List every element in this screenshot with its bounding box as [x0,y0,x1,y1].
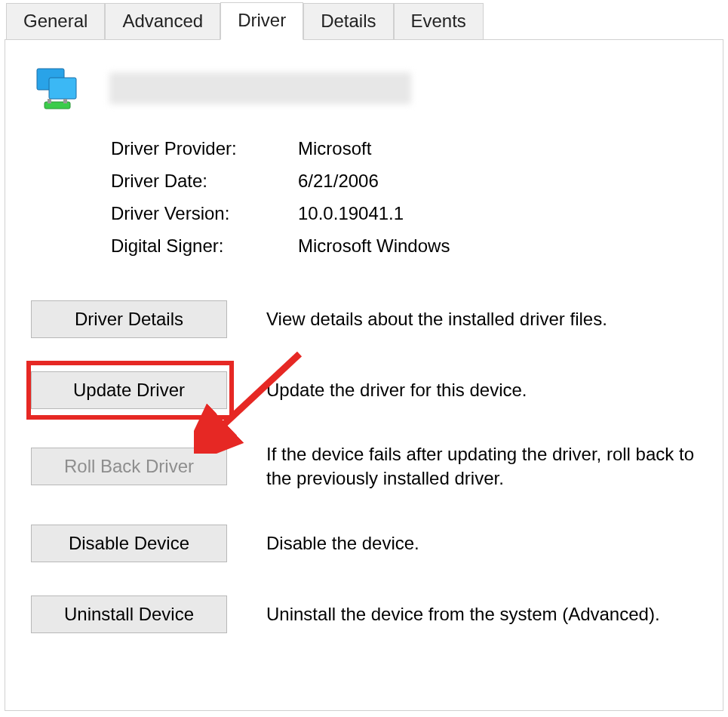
disable-device-desc: Disable the device. [266,531,419,555]
tab-events[interactable]: Events [394,3,484,40]
tab-advanced[interactable]: Advanced [105,3,220,40]
update-driver-desc: Update the driver for this device. [266,378,527,402]
driver-details-desc: View details about the installed driver … [266,307,607,331]
driver-provider-label: Driver Provider: [111,138,298,159]
driver-info: Driver Provider: Microsoft Driver Date: … [111,138,700,257]
digital-signer-value: Microsoft Windows [298,235,450,257]
update-driver-button[interactable]: Update Driver [31,371,227,409]
roll-back-driver-button: Roll Back Driver [31,448,227,485]
driver-date-value: 6/21/2006 [298,171,379,192]
svg-rect-1 [49,78,76,99]
driver-date-label: Driver Date: [111,171,298,192]
roll-back-driver-desc: If the device fails after updating the d… [266,442,700,491]
network-adapter-icon [32,66,87,111]
driver-version-value: 10.0.19041.1 [298,203,404,224]
tab-driver[interactable]: Driver [220,2,303,40]
svg-rect-4 [63,99,67,103]
disable-device-button[interactable]: Disable Device [31,525,227,562]
uninstall-device-desc: Uninstall the device from the system (Ad… [266,602,660,626]
driver-provider-value: Microsoft [298,138,371,159]
digital-signer-label: Digital Signer: [111,235,298,257]
driver-panel: Driver Provider: Microsoft Driver Date: … [5,39,723,711]
tab-general[interactable]: General [6,3,105,40]
tab-strip: General Advanced Driver Details Events [0,0,728,39]
uninstall-device-button[interactable]: Uninstall Device [31,595,227,633]
driver-details-button[interactable]: Driver Details [31,300,227,338]
driver-version-label: Driver Version: [111,203,298,224]
tab-details[interactable]: Details [303,3,393,40]
svg-rect-3 [48,99,51,103]
device-name-redacted [109,72,411,104]
